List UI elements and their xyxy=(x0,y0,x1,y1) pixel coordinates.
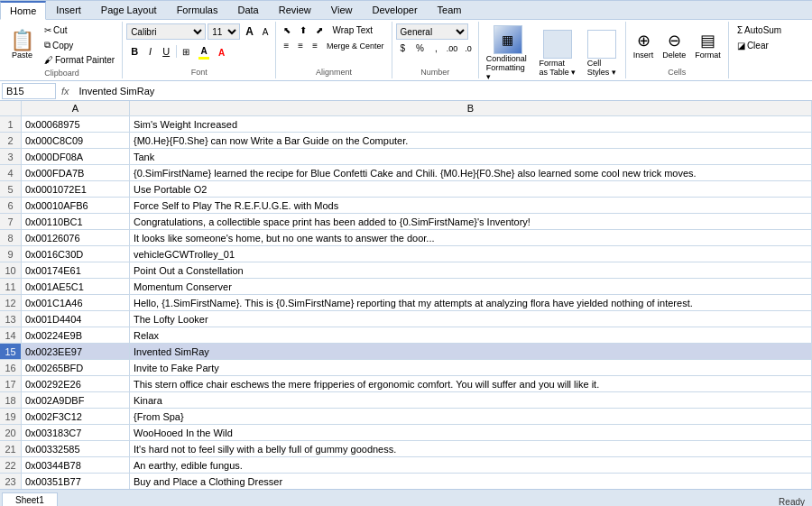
ribbon-tab-developer[interactable]: Developer xyxy=(362,1,427,19)
cell-b[interactable]: Use Portable O2 xyxy=(130,181,812,197)
table-row[interactable]: 220x00344B78An earthy, edible fungus. xyxy=(0,457,812,474)
cell-b[interactable]: {M0.He}{F0.She} can now Write a Bar Guid… xyxy=(130,133,812,148)
cell-b[interactable]: Invented SimRay xyxy=(130,344,812,359)
table-row[interactable]: 190x002F3C12{From Spa} xyxy=(0,409,812,425)
cell-a[interactable]: 0x00292E26 xyxy=(22,376,130,391)
font-color-button[interactable]: A xyxy=(215,43,228,60)
underline-button[interactable]: U xyxy=(158,44,174,59)
insert-button[interactable]: ⊕ Insert xyxy=(630,29,658,61)
cell-a[interactable]: 0x00265BFD xyxy=(22,360,130,375)
decrease-font-button[interactable]: A xyxy=(259,25,272,39)
comma-button[interactable]: , xyxy=(430,41,442,55)
table-row[interactable]: 70x00110BC1Congratulations, a collectibl… xyxy=(0,214,812,230)
cell-a[interactable]: 0x001D4404 xyxy=(22,311,130,327)
delete-button[interactable]: ⊖ Delete xyxy=(659,29,689,61)
font-name-select[interactable]: Calibri xyxy=(126,23,206,40)
align-top-right-button[interactable]: ⬈ xyxy=(312,23,327,37)
table-row[interactable]: 110x001AE5C1Momentum Conserver xyxy=(0,279,812,295)
cell-a[interactable]: 0x002F3C12 xyxy=(22,409,130,424)
table-row[interactable]: 200x003183C7WooHooed In the Wild xyxy=(0,425,812,441)
cell-b[interactable]: It's hard not to feel silly with a belly… xyxy=(130,441,812,456)
conditional-formatting-button[interactable]: ▦ ConditionalFormatting ▾ xyxy=(483,23,533,83)
table-row[interactable]: 100x00174E61Point Out a Constellation xyxy=(0,262,812,279)
table-row[interactable]: 210x00332585It's hard not to feel silly … xyxy=(0,441,812,457)
table-row[interactable]: 60x00010AFB6Force Self to Play The R.E.F… xyxy=(0,198,812,214)
cell-a[interactable]: 0x00126076 xyxy=(22,230,130,245)
cell-a[interactable]: 0x0001072E1 xyxy=(22,181,130,197)
cell-b[interactable]: Sim's Weight Increased xyxy=(130,116,812,132)
ribbon-tab-data[interactable]: Data xyxy=(227,1,268,19)
cell-a[interactable]: 0x00174E61 xyxy=(22,262,130,278)
cell-b[interactable]: It looks like someone's home, but no one… xyxy=(130,230,812,245)
merge-center-button[interactable]: Merge & Center xyxy=(323,40,388,52)
copy-button[interactable]: ⧉ Copy xyxy=(41,38,118,52)
table-row[interactable]: 50x0001072E1Use Portable O2 xyxy=(0,181,812,198)
cell-b[interactable]: Buy and Place a Clothing Dresser xyxy=(130,474,812,489)
cell-b[interactable]: This stern office chair eschews the mere… xyxy=(130,376,812,391)
table-row[interactable]: 230x00351B77Buy and Place a Clothing Dre… xyxy=(0,474,812,489)
table-row[interactable]: 90x0016C30DvehicleGCWTrolley_01 xyxy=(0,246,812,262)
increase-decimal-button[interactable]: .00 xyxy=(444,41,461,55)
wrap-text-button[interactable]: Wrap Text xyxy=(328,23,376,37)
cell-a[interactable]: 0x000DF08A xyxy=(22,149,130,164)
fill-color-button[interactable]: A xyxy=(195,41,213,61)
clear-button[interactable]: ◪ Clear xyxy=(733,39,786,52)
table-row[interactable]: 130x001D4404The Lofty Looker xyxy=(0,311,812,327)
cell-a[interactable]: 0x0023EE97 xyxy=(22,344,130,359)
table-row[interactable]: 80x00126076It looks like someone's home,… xyxy=(0,230,812,246)
number-format-select[interactable]: General xyxy=(396,23,468,40)
align-right-button[interactable]: ≡ xyxy=(309,39,321,52)
table-row[interactable]: 20x000C8C09{M0.He}{F0.She} can now Write… xyxy=(0,133,812,149)
cell-b[interactable]: Tank xyxy=(130,149,812,164)
cell-a[interactable]: 0x000FDA7B xyxy=(22,165,130,180)
cell-b[interactable]: Kinara xyxy=(130,392,812,408)
cell-reference-box[interactable] xyxy=(2,83,56,99)
align-left-button[interactable]: ≡ xyxy=(280,39,292,52)
cut-button[interactable]: ✂ Cut xyxy=(41,23,118,37)
font-size-select[interactable]: 11 xyxy=(208,23,240,40)
sheet-tab-1[interactable]: Sheet1 xyxy=(2,492,58,506)
ribbon-tab-team[interactable]: Team xyxy=(428,1,472,19)
cell-b[interactable]: Momentum Conserver xyxy=(130,279,812,294)
paste-button[interactable]: 📋 Paste xyxy=(5,23,39,67)
formula-input[interactable] xyxy=(75,83,810,99)
italic-button[interactable]: I xyxy=(144,44,156,59)
cell-a[interactable]: 0x001AE5C1 xyxy=(22,279,130,294)
table-row[interactable]: 140x00224E9BRelax xyxy=(0,327,812,344)
format-as-table-button[interactable]: Formatas Table ▾ xyxy=(535,28,580,78)
cell-a[interactable]: 0x003183C7 xyxy=(22,425,130,440)
table-row[interactable]: 150x0023EE97Invented SimRay xyxy=(0,344,812,360)
cell-a[interactable]: 0x00110BC1 xyxy=(22,214,130,229)
cell-a[interactable]: 0x00332585 xyxy=(22,441,130,456)
cell-a[interactable]: 0x00010AFB6 xyxy=(22,198,130,213)
cell-a[interactable]: 0x00351B77 xyxy=(22,474,130,489)
currency-button[interactable]: $ xyxy=(396,41,411,55)
cell-a[interactable]: 0x000C8C09 xyxy=(22,133,130,148)
autosum-button[interactable]: Σ AutoSum xyxy=(733,23,786,37)
cell-a[interactable]: 0x0016C30D xyxy=(22,246,130,262)
ribbon-tab-review[interactable]: Review xyxy=(269,1,321,19)
align-center-button[interactable]: ≡ xyxy=(294,39,307,52)
align-top-left-button[interactable]: ⬉ xyxy=(280,23,294,37)
ribbon-tab-formulas[interactable]: Formulas xyxy=(167,1,228,19)
ribbon-tab-view[interactable]: View xyxy=(321,1,363,19)
cell-a[interactable]: 0x001C1A46 xyxy=(22,295,130,310)
cell-b[interactable]: The Lofty Looker xyxy=(130,311,812,327)
cell-a[interactable]: 0x00344B78 xyxy=(22,457,130,473)
table-row[interactable]: 180x002A9DBFKinara xyxy=(0,392,812,409)
increase-font-button[interactable]: A xyxy=(242,23,257,40)
cell-b[interactable]: Point Out a Constellation xyxy=(130,262,812,278)
format-painter-button[interactable]: 🖌 Format Painter xyxy=(41,53,118,67)
cell-b[interactable]: Invite to Fake Party xyxy=(130,360,812,375)
cell-styles-button[interactable]: CellStyles ▾ xyxy=(582,28,622,78)
ribbon-tab-page layout[interactable]: Page Layout xyxy=(91,1,167,19)
table-row[interactable]: 160x00265BFDInvite to Fake Party xyxy=(0,360,812,376)
cell-b[interactable]: Hello, {1.SimFirstName}. This is {0.SimF… xyxy=(130,295,812,310)
border-button[interactable]: ⊞ xyxy=(179,45,193,59)
cell-b[interactable]: WooHooed In the Wild xyxy=(130,425,812,440)
table-row[interactable]: 40x000FDA7B{0.SimFirstName} learned the … xyxy=(0,165,812,181)
percent-button[interactable]: % xyxy=(411,41,429,55)
cell-b[interactable]: Congratulations, a collectible space pri… xyxy=(130,214,812,229)
table-row[interactable]: 30x000DF08ATank xyxy=(0,149,812,165)
cell-a[interactable]: 0x002A9DBF xyxy=(22,392,130,408)
